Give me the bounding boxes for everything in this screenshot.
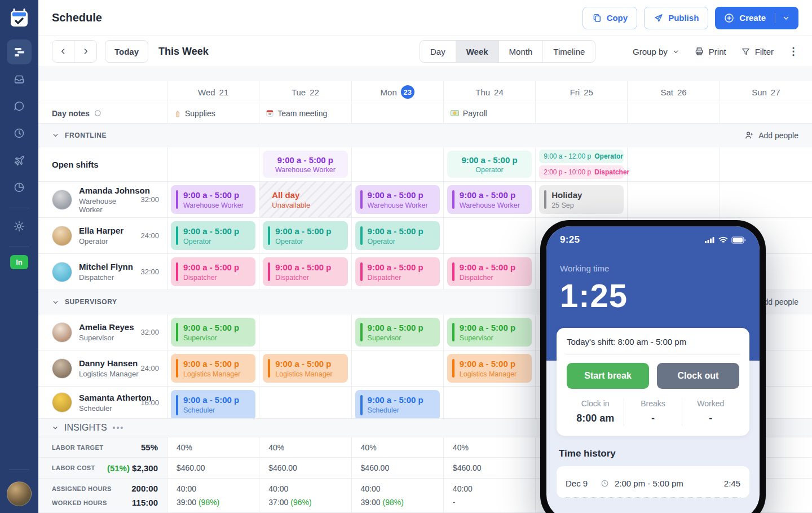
empty-cell[interactable] bbox=[259, 314, 351, 350]
person-cell[interactable]: Ella Harper Operator 24:00 bbox=[38, 218, 167, 253]
sidebar-item-settings[interactable] bbox=[7, 214, 32, 239]
print-button[interactable]: Print bbox=[694, 46, 726, 56]
chevron-down-icon[interactable] bbox=[782, 14, 790, 22]
person-cell[interactable]: Mitchel Flynn Dispatcher 32:00 bbox=[38, 254, 167, 290]
tab-week[interactable]: Week bbox=[456, 41, 499, 62]
labor-cost-percent: (51%) bbox=[107, 463, 130, 473]
empty-note-cell[interactable] bbox=[352, 103, 444, 123]
shift-card[interactable]: 9:00 a - 5:00 p Supervisor bbox=[355, 318, 440, 347]
unavailable-block: All day Unavailable bbox=[259, 182, 351, 217]
day-notes-label: Day notes bbox=[38, 103, 167, 123]
chevron-down-icon[interactable] bbox=[52, 299, 59, 306]
date-range-label: This Week bbox=[158, 46, 209, 58]
open-shift-chip-dispatcher[interactable]: 2:00 p - 10:00 p Dispatcher bbox=[539, 165, 624, 179]
sidebar-item-schedule[interactable] bbox=[7, 40, 32, 64]
day-header-sun[interactable]: Sun27 bbox=[720, 81, 812, 103]
open-shift-operator[interactable]: 9:00 a - 5:00 p Operator bbox=[447, 151, 532, 178]
person-cell[interactable]: Amelia Reyes Supervisor 32:00 bbox=[38, 314, 167, 350]
sidebar-item-inbox[interactable] bbox=[7, 67, 32, 91]
shift-card[interactable]: 9:00 a - 5:00 p Warehouse Worker bbox=[355, 185, 440, 214]
chevron-down-icon[interactable] bbox=[52, 131, 59, 139]
sidebar-item-chat[interactable] bbox=[7, 94, 32, 119]
person-cell[interactable]: Amanda Johnson Warehouse Worker 32:00 bbox=[38, 182, 167, 217]
empty-cell[interactable] bbox=[444, 387, 536, 418]
empty-cell[interactable] bbox=[352, 350, 444, 386]
shift-card[interactable]: 9:00 a - 5:00 p Dispatcher bbox=[263, 257, 347, 286]
tab-day[interactable]: Day bbox=[420, 41, 456, 62]
shift-card[interactable]: 9:00 a - 5:00 p Operator bbox=[355, 221, 440, 250]
calendar-17-icon: 17 bbox=[266, 109, 273, 117]
day-header-tue[interactable]: Tue22 bbox=[259, 81, 351, 103]
empty-cell[interactable] bbox=[167, 147, 259, 181]
create-button[interactable]: Create bbox=[715, 7, 798, 29]
empty-note-cell[interactable] bbox=[720, 103, 812, 123]
empty-cell[interactable] bbox=[444, 218, 536, 253]
shift-card[interactable]: 9:00 a - 5:00 p Scheduler bbox=[171, 390, 255, 419]
sidebar-item-timeoff[interactable] bbox=[7, 148, 32, 173]
empty-note-cell[interactable] bbox=[536, 103, 628, 123]
empty-cell[interactable] bbox=[720, 182, 812, 217]
next-week-button[interactable] bbox=[74, 41, 96, 62]
clock-small-icon bbox=[601, 479, 609, 488]
sidebar-item-reports[interactable] bbox=[7, 175, 32, 200]
shift-card[interactable]: 9:00 a - 5:00 p Logistics Manager bbox=[171, 354, 255, 383]
clock-out-button[interactable]: Clock out bbox=[657, 363, 739, 389]
chevron-down-icon[interactable] bbox=[52, 424, 59, 431]
day-header-sat[interactable]: Sat26 bbox=[628, 81, 720, 103]
day-header-thu[interactable]: Thu24 bbox=[444, 81, 536, 103]
day-header-fri[interactable]: Fri25 bbox=[536, 81, 628, 103]
shift-card[interactable]: 9:00 a - 5:00 p Dispatcher bbox=[171, 257, 255, 286]
shift-card[interactable]: 9:00 a - 5:00 p Scheduler bbox=[355, 390, 440, 419]
empty-cell[interactable] bbox=[352, 147, 444, 181]
shift-card[interactable]: 9:00 a - 5:00 p Dispatcher bbox=[355, 257, 440, 286]
empty-cell[interactable] bbox=[720, 147, 812, 181]
day-header-wed[interactable]: Wed21 bbox=[167, 81, 259, 103]
today-button[interactable]: Today bbox=[105, 40, 148, 63]
unavailable-cell[interactable]: All day Unavailable bbox=[259, 182, 351, 217]
insights-more-button[interactable]: ••• bbox=[113, 423, 125, 432]
prev-week-button[interactable] bbox=[52, 41, 74, 62]
more-options-button[interactable]: ⋮ bbox=[788, 45, 798, 58]
day-note-team-meeting[interactable]: 17 Team meeting bbox=[259, 103, 351, 123]
shift-card[interactable]: 9:00 a - 5:00 p Supervisor bbox=[171, 318, 255, 347]
shift-card[interactable]: 9:00 a - 5:00 p Warehouse Worker bbox=[171, 185, 255, 214]
shift-cell: 9:00 a - 5:00 p Logistics Manager bbox=[259, 350, 351, 386]
publish-button[interactable]: Publish bbox=[644, 7, 708, 29]
stat-breaks: Breaks - bbox=[624, 398, 681, 426]
shift-card[interactable]: 9:00 a - 5:00 p Dispatcher bbox=[447, 257, 532, 286]
add-people-button[interactable]: Add people bbox=[744, 130, 798, 140]
tab-month[interactable]: Month bbox=[499, 41, 544, 62]
shift-card[interactable]: 9:00 a - 5:00 p Logistics Manager bbox=[263, 354, 347, 383]
copy-button[interactable]: Copy bbox=[582, 7, 638, 29]
day-note-supplies[interactable]: Supplies bbox=[167, 103, 259, 123]
user-avatar[interactable] bbox=[7, 481, 32, 506]
empty-note-cell[interactable] bbox=[628, 103, 720, 123]
time-history-entry[interactable]: Dec 9 2:00 pm - 5:00 pm 2:45 bbox=[566, 470, 740, 498]
holiday-card[interactable]: Holiday 25 Sep bbox=[539, 185, 624, 214]
filter-button[interactable]: Filter bbox=[741, 47, 774, 56]
open-shift-chip-operator[interactable]: 9:00 a - 12:00 p Operator bbox=[539, 150, 624, 163]
day-header-mon-today[interactable]: Mon23 bbox=[352, 81, 444, 103]
shift-card[interactable]: 9:00 a - 5:00 p Supervisor bbox=[447, 318, 532, 347]
shift-card[interactable]: 9:00 a - 5:00 p Warehouse Worker bbox=[447, 185, 532, 214]
day-note-payroll[interactable]: Payroll bbox=[444, 103, 536, 123]
empty-cell[interactable] bbox=[628, 147, 720, 181]
person-cell[interactable]: Danny Hansen Logistics Manager 24:00 bbox=[38, 350, 167, 386]
sidebar-divider bbox=[9, 247, 29, 247]
sidebar-item-timeclock[interactable] bbox=[7, 121, 32, 146]
todays-shift-text: Today's shift: 8:00 am - 5:00 pm bbox=[567, 337, 739, 347]
person-cell[interactable]: Samanta Atherton Scheduler 16:00 bbox=[38, 387, 167, 418]
shift-card[interactable]: 9:00 a - 5:00 p Logistics Manager bbox=[447, 354, 532, 383]
empty-cell[interactable] bbox=[259, 387, 351, 418]
clocked-in-badge[interactable]: In bbox=[10, 255, 28, 269]
tab-timeline[interactable]: Timeline bbox=[543, 41, 595, 62]
group-by-dropdown[interactable]: Group by bbox=[633, 47, 679, 56]
shift-card[interactable]: 9:00 a - 5:00 p Operator bbox=[263, 221, 347, 250]
copy-icon bbox=[592, 13, 602, 23]
empty-cell[interactable] bbox=[628, 182, 720, 217]
clock-icon bbox=[13, 127, 25, 139]
open-shift-warehouse-worker[interactable]: 9:00 a - 5:00 p Warehouse Worker bbox=[263, 151, 347, 178]
start-break-button[interactable]: Start break bbox=[567, 363, 649, 389]
labor-target-value: 40% bbox=[352, 437, 444, 457]
shift-card[interactable]: 9:00 a - 5:00 p Operator bbox=[171, 221, 255, 250]
